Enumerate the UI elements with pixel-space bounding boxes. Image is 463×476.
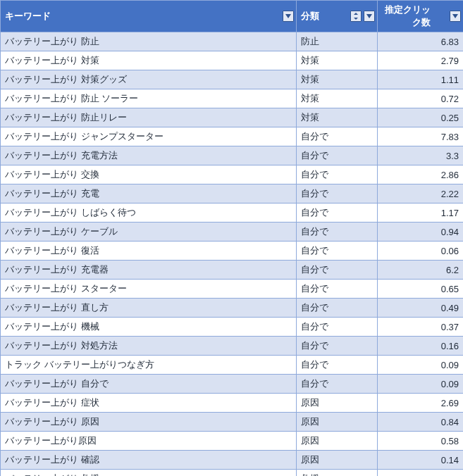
cell-clicks[interactable]: 0.94 [378,223,464,242]
filter-button-category[interactable] [364,11,375,22]
cell-keyword[interactable]: バッテリー上がり 機械 [1,318,297,337]
cell-keyword[interactable]: バッテリー上がり 対処方法 [1,337,297,356]
cell-keyword[interactable]: バッテリー上がり スターター [1,280,297,299]
header-clicks: 推定クリック数 [378,1,464,32]
table-row: バッテリー上がり 確認原因0.14 [1,451,464,470]
data-table: キーワード 分類 推定クリック数 [0,0,463,476]
table-body: バッテリー上がり 防止防止6.83バッテリー上がり 対策対策2.79バッテリー上… [1,32,464,477]
cell-category[interactable]: 自分で [297,337,378,356]
cell-category[interactable]: 自分で [297,184,378,203]
cell-clicks[interactable]: 0.84 [378,413,464,432]
table-row: バッテリー上がり 対処方法自分で0.16 [1,337,464,356]
cell-keyword[interactable]: バッテリー上がり 対策 [1,51,297,70]
filter-button-clicks[interactable] [450,11,461,22]
cell-category[interactable]: 自分で [297,261,378,280]
cell-category[interactable]: 自分で [297,356,378,375]
table-row: バッテリー上がり 防止 ソーラー対策0.72 [1,89,464,108]
cell-category[interactable]: 原因 [297,451,378,470]
table-row: バッテリー上がり 対策対策2.79 [1,51,464,70]
cell-clicks[interactable]: 0.65 [378,280,464,299]
cell-category[interactable]: 原因 [297,394,378,413]
cell-keyword[interactable]: バッテリー上がり原因 [1,432,297,451]
cell-category[interactable]: 自分で [297,299,378,318]
cell-category[interactable]: 原因 [297,413,378,432]
chevron-down-icon [366,14,372,18]
header-category: 分類 [297,1,378,32]
cell-clicks[interactable]: 1.17 [378,203,464,223]
cell-keyword[interactable]: バッテリー上がり 対策グッズ [1,70,297,89]
cell-keyword[interactable]: バッテリー上がり 復活 [1,242,297,261]
cell-clicks[interactable]: 3.3 [378,146,464,165]
cell-keyword[interactable]: バッテリー上がり ケーブル [1,223,297,242]
table-row: バッテリー上がり 原因原因0.84 [1,413,464,432]
cell-category[interactable]: 救援 [297,470,378,477]
table-row: バッテリー上がり ケーブル自分で0.94 [1,223,464,242]
cell-category[interactable]: 自分で [297,223,378,242]
cell-category[interactable]: 対策 [297,89,378,108]
cell-category[interactable]: 原因 [297,432,378,451]
cell-keyword[interactable]: バッテリー上がり 自分で [1,375,297,394]
filter-button-keyword[interactable] [283,11,294,22]
table-row: バッテリー上がり 対策グッズ対策1.11 [1,70,464,89]
cell-clicks[interactable]: 2.22 [378,184,464,203]
cell-category[interactable]: 対策 [297,51,378,70]
cell-category[interactable]: 対策 [297,108,378,127]
cell-clicks[interactable]: 2.69 [378,394,464,413]
cell-keyword[interactable]: バッテリー上がり ジャンプスターター [1,127,297,146]
cell-clicks[interactable]: 6.2 [378,261,464,280]
cell-clicks[interactable]: 0.58 [378,432,464,451]
cell-category[interactable]: 自分で [297,242,378,261]
cell-keyword[interactable]: バッテリー上がり 防止 [1,32,297,51]
cell-category[interactable]: 自分で [297,318,378,337]
cell-category[interactable]: 自分で [297,165,378,184]
chevron-down-icon [452,14,458,18]
cell-clicks[interactable]: 0.72 [378,89,464,108]
cell-category[interactable]: 自分で [297,146,378,165]
cell-category[interactable]: 自分で [297,203,378,223]
cell-clicks[interactable]: 0.37 [378,318,464,337]
cell-keyword[interactable]: バッテリー上がり 充電器 [1,261,297,280]
cell-clicks[interactable]: 0.14 [378,451,464,470]
cell-clicks[interactable]: 1.11 [378,70,464,89]
cell-clicks[interactable]: 7.83 [378,127,464,146]
cell-clicks[interactable]: 0.16 [378,337,464,356]
table-row: バッテリー上がり 救援救援5.86 [1,470,464,477]
cell-clicks[interactable]: 2.86 [378,165,464,184]
header-keyword: キーワード [1,1,297,32]
cell-keyword[interactable]: バッテリー上がり 確認 [1,451,297,470]
cell-keyword[interactable]: バッテリー上がり 充電 [1,184,297,203]
table-row: バッテリー上がり 充電自分で2.22 [1,184,464,203]
cell-clicks[interactable]: 2.79 [378,51,464,70]
cell-clicks[interactable]: 0.09 [378,375,464,394]
cell-keyword[interactable]: バッテリー上がり 交換 [1,165,297,184]
table-row: バッテリー上がり 機械自分で0.37 [1,318,464,337]
cell-clicks[interactable]: 0.06 [378,242,464,261]
cell-category[interactable]: 対策 [297,70,378,89]
cell-keyword[interactable]: バッテリー上がり 原因 [1,413,297,432]
cell-category[interactable]: 自分で [297,375,378,394]
table-row: バッテリー上がり 防止リレー対策0.25 [1,108,464,127]
cell-clicks[interactable]: 0.09 [378,356,464,375]
cell-keyword[interactable]: バッテリー上がり 直し方 [1,299,297,318]
chevron-down-icon [285,14,291,18]
table-row: バッテリー上がり しばらく待つ自分で1.17 [1,203,464,223]
cell-keyword[interactable]: バッテリー上がり しばらく待つ [1,203,297,223]
header-category-label: 分類 [301,10,332,23]
sort-button-category[interactable] [350,11,362,22]
table-row: バッテリー上がり 充電方法自分で3.3 [1,146,464,165]
cell-clicks[interactable]: 0.49 [378,299,464,318]
cell-keyword[interactable]: バッテリー上がり 救援 [1,470,297,477]
cell-clicks[interactable]: 0.25 [378,108,464,127]
header-clicks-label: 推定クリック数 [382,4,459,29]
cell-clicks[interactable]: 6.83 [378,32,464,51]
cell-category[interactable]: 自分で [297,127,378,146]
cell-keyword[interactable]: トラック バッテリー上がりつなぎ方 [1,356,297,375]
cell-category[interactable]: 防止 [297,32,378,51]
cell-keyword[interactable]: バッテリー上がり 充電方法 [1,146,297,165]
cell-keyword[interactable]: バッテリー上がり 防止 ソーラー [1,89,297,108]
cell-category[interactable]: 自分で [297,280,378,299]
cell-keyword[interactable]: バッテリー上がり 症状 [1,394,297,413]
cell-keyword[interactable]: バッテリー上がり 防止リレー [1,108,297,127]
cell-clicks[interactable]: 5.86 [378,470,464,477]
table-row: バッテリー上がり 直し方自分で0.49 [1,299,464,318]
